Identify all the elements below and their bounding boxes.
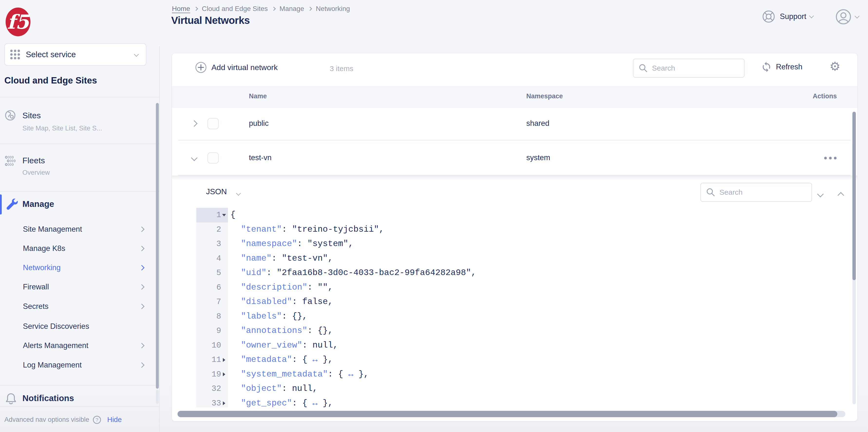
json-line-gutter: 9 [196, 324, 228, 338]
json-line: 32"object": null, [172, 381, 858, 396]
row-checkbox[interactable] [208, 118, 219, 129]
breadcrumb-item-home[interactable]: Home [172, 5, 190, 13]
json-token: : [302, 340, 312, 350]
json-line-gutter: 33 [196, 396, 228, 408]
json-token: "description" [241, 283, 307, 292]
plus-circle-icon [195, 61, 207, 73]
json-line-gutter: 4 [196, 252, 228, 266]
sidebar-item-title: Fleets [22, 156, 45, 165]
json-token: "uid" [241, 268, 267, 278]
gear-icon[interactable]: ⚙ [830, 59, 840, 74]
json-token: : {}, [307, 326, 333, 336]
column-header-name[interactable]: Name [249, 93, 267, 100]
sidebar-item-label: Secrets [23, 302, 49, 311]
json-line: 19"system_metadata": { ↔ }, [172, 367, 858, 382]
sidebar-item-networking[interactable]: Networking [23, 262, 144, 273]
chevron-down-icon[interactable] [191, 155, 197, 161]
row-checkbox[interactable] [208, 152, 219, 164]
f5-logo-text: f5 [7, 10, 30, 33]
sidebar-item-site-management[interactable]: Site Management [23, 224, 144, 235]
json-token: "namespace" [241, 239, 297, 249]
sidebar-item-log-management[interactable]: Log Management [23, 360, 144, 370]
sidebar-item-subtitle: Site Map, Site List, Site S... [22, 125, 102, 132]
add-virtual-network-button[interactable]: Add virtual network [195, 61, 278, 73]
json-token: : { [328, 369, 348, 379]
json-token: }, [318, 355, 333, 365]
json-token: "system_metadata" [241, 369, 328, 379]
search-next-button[interactable] [815, 189, 826, 199]
sidebar-scrollbar-track[interactable] [156, 390, 159, 404]
json-token: { [230, 210, 236, 220]
question-icon[interactable]: ? [93, 416, 101, 424]
json-mode-select[interactable]: JSON [206, 187, 227, 196]
collapsed-object-icon[interactable]: ↔ [348, 369, 353, 379]
sidebar-item-secrets[interactable]: Secrets [23, 301, 144, 312]
add-virtual-network-label: Add virtual network [211, 63, 278, 72]
search-prev-button[interactable] [835, 189, 846, 199]
table-search-input[interactable] [651, 64, 733, 72]
json-line: 6"description": "", [172, 280, 858, 295]
json-code-text: "tenant": "treino-tyjcbsii", [230, 223, 384, 237]
app-root: f5 Select service Cloud and Edge Sites [0, 0, 868, 432]
json-line-gutter: 6 [196, 280, 228, 295]
json-token: null [292, 384, 312, 394]
line-number: 2 [216, 225, 221, 234]
vertical-scrollbar-thumb[interactable] [852, 112, 856, 280]
json-code-text: "object": null, [230, 381, 318, 396]
table-row-test-vn[interactable]: test-vnsystem [172, 140, 858, 175]
sidebar-item-firewall[interactable]: Firewall [23, 281, 144, 292]
column-header-namespace[interactable]: Namespace [526, 93, 563, 100]
json-token: : [307, 283, 318, 292]
breadcrumb-item-manage[interactable]: Manage [280, 5, 304, 13]
page-title: Virtual Networks [171, 14, 250, 26]
sidebar-scrollbar-thumb[interactable] [156, 103, 159, 389]
fold-toggle-icon[interactable] [221, 372, 227, 376]
json-line-gutter: 19 [196, 367, 228, 382]
divider [0, 143, 159, 144]
svg-text:?: ? [96, 417, 98, 423]
collapsed-object-icon[interactable]: ↔ [312, 355, 318, 365]
json-line-gutter: 2 [196, 223, 228, 237]
line-number: 1 [216, 210, 221, 220]
json-code-text: "annotations": {}, [230, 324, 333, 338]
account-menu[interactable] [835, 9, 859, 25]
hide-nav-button[interactable]: Hide [107, 416, 122, 424]
json-code-text: "get_spec": { ↔ }, [230, 396, 333, 408]
json-line-gutter: 1 [196, 208, 228, 223]
refresh-icon [761, 61, 772, 72]
sidebar-item-service-discoveries[interactable]: Service Discoveries [23, 321, 144, 332]
breadcrumb-item-networking: Networking [316, 5, 350, 13]
fleet-icon [5, 156, 18, 166]
table-row-public[interactable]: publicshared [172, 107, 858, 140]
fold-toggle-icon[interactable] [221, 358, 227, 362]
cell-name: test-vn [249, 153, 272, 162]
sidebar-item-label: Networking [23, 263, 61, 272]
sidebar-item-manage-k8s[interactable]: Manage K8s [23, 243, 144, 254]
json-code-viewer: 1{2"tenant": "treino-tyjcbsii",3"namespa… [172, 208, 858, 407]
json-line-gutter: 32 [196, 381, 228, 396]
chevron-right-icon[interactable] [191, 120, 197, 127]
json-code-text: "namespace": "system", [230, 237, 353, 252]
select-service-button[interactable]: Select service [4, 43, 146, 66]
chevron-right-icon [139, 265, 145, 271]
fold-toggle-icon[interactable] [221, 214, 227, 217]
active-section-indicator [0, 195, 2, 214]
json-token: "name" [241, 254, 272, 263]
row-actions-button[interactable] [824, 157, 837, 159]
sidebar-item-label: Service Discoveries [23, 322, 89, 331]
dot-icon [824, 157, 827, 159]
horizontal-scrollbar-thumb[interactable] [178, 411, 837, 417]
json-code-text: "labels": {}, [230, 309, 307, 324]
support-menu[interactable]: Support [762, 10, 813, 23]
refresh-button[interactable]: Refresh [761, 61, 803, 72]
json-search-input[interactable] [719, 188, 800, 197]
json-token: , [312, 384, 318, 394]
row-divider [178, 140, 850, 140]
breadcrumb-item-cloud-and-edge-sites[interactable]: Cloud and Edge Sites [202, 5, 268, 13]
chevron-right-icon [139, 304, 145, 309]
fold-toggle-icon[interactable] [221, 401, 227, 405]
sidebar-item-label: Firewall [23, 283, 49, 291]
support-label: Support [780, 12, 806, 21]
collapsed-object-icon[interactable]: ↔ [312, 398, 318, 408]
sidebar-item-alerts-management[interactable]: Alerts Management [23, 340, 144, 351]
